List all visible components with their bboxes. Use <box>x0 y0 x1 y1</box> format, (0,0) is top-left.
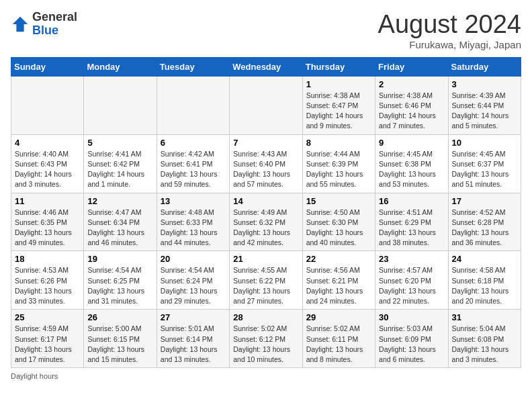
calendar-day-cell: 6Sunrise: 4:42 AM Sunset: 6:41 PM Daylig… <box>157 134 229 193</box>
day-number: 24 <box>452 254 517 264</box>
day-info: Sunrise: 4:51 AM Sunset: 6:29 PM Dayligh… <box>379 208 444 248</box>
day-info: Sunrise: 4:58 AM Sunset: 6:18 PM Dayligh… <box>452 265 517 306</box>
day-info: Sunrise: 4:39 AM Sunset: 6:44 PM Dayligh… <box>452 91 517 132</box>
day-info: Sunrise: 4:47 AM Sunset: 6:34 PM Dayligh… <box>87 208 152 248</box>
day-info: Sunrise: 5:03 AM Sunset: 6:09 PM Dayligh… <box>379 324 444 365</box>
day-number: 25 <box>15 312 80 322</box>
day-of-week-header: Wednesday <box>230 57 302 76</box>
day-number: 13 <box>161 196 226 206</box>
calendar-day-cell: 14Sunrise: 4:49 AM Sunset: 6:32 PM Dayli… <box>230 193 302 251</box>
calendar-week-row: 11Sunrise: 4:46 AM Sunset: 6:35 PM Dayli… <box>11 193 521 251</box>
logo-text: General Blue <box>32 11 77 38</box>
calendar-day-cell: 2Sunrise: 4:38 AM Sunset: 6:46 PM Daylig… <box>375 76 448 134</box>
day-info: Sunrise: 4:42 AM Sunset: 6:41 PM Dayligh… <box>161 149 226 190</box>
day-number: 27 <box>161 312 226 322</box>
calendar-day-cell: 16Sunrise: 4:51 AM Sunset: 6:29 PM Dayli… <box>375 193 448 251</box>
day-info: Sunrise: 5:01 AM Sunset: 6:14 PM Dayligh… <box>161 324 226 365</box>
calendar-day-cell: 25Sunrise: 4:59 AM Sunset: 6:17 PM Dayli… <box>11 310 84 368</box>
page-header: General Blue August 2024 Furukawa, Miyag… <box>11 11 521 50</box>
calendar-day-cell <box>230 76 302 134</box>
calendar-day-cell: 28Sunrise: 5:02 AM Sunset: 6:12 PM Dayli… <box>230 310 302 368</box>
day-info: Sunrise: 4:44 AM Sunset: 6:39 PM Dayligh… <box>306 149 371 190</box>
calendar-day-cell: 9Sunrise: 4:45 AM Sunset: 6:38 PM Daylig… <box>375 134 448 193</box>
calendar-day-cell: 8Sunrise: 4:44 AM Sunset: 6:39 PM Daylig… <box>302 134 375 193</box>
calendar-day-cell: 20Sunrise: 4:54 AM Sunset: 6:24 PM Dayli… <box>157 251 229 310</box>
calendar-day-cell: 12Sunrise: 4:47 AM Sunset: 6:34 PM Dayli… <box>84 193 157 251</box>
day-number: 26 <box>87 312 152 322</box>
day-info: Sunrise: 4:46 AM Sunset: 6:35 PM Dayligh… <box>15 208 80 248</box>
calendar-day-cell: 11Sunrise: 4:46 AM Sunset: 6:35 PM Dayli… <box>11 193 84 251</box>
calendar-week-row: 18Sunrise: 4:53 AM Sunset: 6:26 PM Dayli… <box>11 251 521 310</box>
calendar-week-row: 1Sunrise: 4:38 AM Sunset: 6:47 PM Daylig… <box>11 76 521 134</box>
day-number: 9 <box>379 138 444 148</box>
calendar-day-cell: 5Sunrise: 4:41 AM Sunset: 6:42 PM Daylig… <box>84 134 157 193</box>
day-number: 20 <box>161 254 226 264</box>
day-info: Sunrise: 4:40 AM Sunset: 6:43 PM Dayligh… <box>15 149 80 190</box>
calendar-day-cell: 19Sunrise: 4:54 AM Sunset: 6:25 PM Dayli… <box>84 251 157 310</box>
day-info: Sunrise: 4:50 AM Sunset: 6:30 PM Dayligh… <box>306 208 371 248</box>
day-info: Sunrise: 4:54 AM Sunset: 6:24 PM Dayligh… <box>161 265 226 306</box>
calendar-day-cell: 24Sunrise: 4:58 AM Sunset: 6:18 PM Dayli… <box>448 251 521 310</box>
day-info: Sunrise: 5:02 AM Sunset: 6:11 PM Dayligh… <box>306 324 371 365</box>
location: Furukawa, Miyagi, Japan <box>378 39 521 50</box>
calendar-week-row: 4Sunrise: 4:40 AM Sunset: 6:43 PM Daylig… <box>11 134 521 193</box>
day-number: 19 <box>87 254 152 264</box>
day-number: 1 <box>306 79 371 89</box>
day-info: Sunrise: 4:43 AM Sunset: 6:40 PM Dayligh… <box>233 149 298 190</box>
day-number: 15 <box>306 196 371 206</box>
calendar-day-cell: 22Sunrise: 4:56 AM Sunset: 6:21 PM Dayli… <box>302 251 375 310</box>
day-of-week-header: Monday <box>84 57 157 76</box>
calendar-day-cell: 7Sunrise: 4:43 AM Sunset: 6:40 PM Daylig… <box>230 134 302 193</box>
day-number: 29 <box>306 312 371 322</box>
day-info: Sunrise: 4:45 AM Sunset: 6:37 PM Dayligh… <box>452 149 517 190</box>
month-year: August 2024 <box>378 11 521 39</box>
day-info: Sunrise: 4:49 AM Sunset: 6:32 PM Dayligh… <box>233 208 298 248</box>
day-of-week-header: Friday <box>375 57 448 76</box>
day-info: Sunrise: 4:54 AM Sunset: 6:25 PM Dayligh… <box>87 265 152 306</box>
calendar-day-cell: 21Sunrise: 4:55 AM Sunset: 6:22 PM Dayli… <box>230 251 302 310</box>
day-number: 23 <box>379 254 444 264</box>
calendar-day-cell: 30Sunrise: 5:03 AM Sunset: 6:09 PM Dayli… <box>375 310 448 368</box>
day-number: 2 <box>379 79 444 89</box>
calendar-day-cell: 1Sunrise: 4:38 AM Sunset: 6:47 PM Daylig… <box>302 76 375 134</box>
calendar-day-cell: 10Sunrise: 4:45 AM Sunset: 6:37 PM Dayli… <box>448 134 521 193</box>
day-info: Sunrise: 4:38 AM Sunset: 6:47 PM Dayligh… <box>306 91 371 132</box>
day-of-week-header: Thursday <box>302 57 375 76</box>
day-number: 12 <box>87 196 152 206</box>
day-info: Sunrise: 4:52 AM Sunset: 6:28 PM Dayligh… <box>452 208 517 248</box>
day-info: Sunrise: 4:53 AM Sunset: 6:26 PM Dayligh… <box>15 265 80 306</box>
day-info: Sunrise: 4:55 AM Sunset: 6:22 PM Dayligh… <box>233 265 298 306</box>
logo-icon <box>11 15 30 34</box>
day-number: 7 <box>233 138 298 148</box>
day-info: Sunrise: 4:45 AM Sunset: 6:38 PM Dayligh… <box>379 149 444 190</box>
day-info: Sunrise: 5:04 AM Sunset: 6:08 PM Dayligh… <box>452 324 517 365</box>
calendar-day-cell <box>11 76 84 134</box>
calendar-day-cell: 4Sunrise: 4:40 AM Sunset: 6:43 PM Daylig… <box>11 134 84 193</box>
calendar-day-cell: 18Sunrise: 4:53 AM Sunset: 6:26 PM Dayli… <box>11 251 84 310</box>
day-info: Sunrise: 4:59 AM Sunset: 6:17 PM Dayligh… <box>15 324 80 365</box>
day-number: 22 <box>306 254 371 264</box>
day-number: 11 <box>15 196 80 206</box>
day-number: 21 <box>233 254 298 264</box>
calendar-day-cell <box>157 76 229 134</box>
calendar-table: SundayMondayTuesdayWednesdayThursdayFrid… <box>11 57 521 368</box>
title-block: August 2024 Furukawa, Miyagi, Japan <box>378 11 521 50</box>
day-number: 18 <box>15 254 80 264</box>
day-of-week-header: Tuesday <box>157 57 229 76</box>
calendar-day-cell: 29Sunrise: 5:02 AM Sunset: 6:11 PM Dayli… <box>302 310 375 368</box>
day-of-week-header: Sunday <box>11 57 84 76</box>
calendar-day-cell: 26Sunrise: 5:00 AM Sunset: 6:15 PM Dayli… <box>84 310 157 368</box>
day-number: 3 <box>452 79 517 89</box>
day-number: 5 <box>87 138 152 148</box>
calendar-week-row: 25Sunrise: 4:59 AM Sunset: 6:17 PM Dayli… <box>11 310 521 368</box>
calendar-day-cell: 27Sunrise: 5:01 AM Sunset: 6:14 PM Dayli… <box>157 310 229 368</box>
day-number: 17 <box>452 196 517 206</box>
day-info: Sunrise: 4:48 AM Sunset: 6:33 PM Dayligh… <box>161 208 226 248</box>
day-number: 14 <box>233 196 298 206</box>
calendar-day-cell: 31Sunrise: 5:04 AM Sunset: 6:08 PM Dayli… <box>448 310 521 368</box>
day-number: 31 <box>452 312 517 322</box>
calendar-day-cell: 3Sunrise: 4:39 AM Sunset: 6:44 PM Daylig… <box>448 76 521 134</box>
day-of-week-header: Saturday <box>448 57 521 76</box>
day-info: Sunrise: 4:41 AM Sunset: 6:42 PM Dayligh… <box>87 149 152 190</box>
day-number: 8 <box>306 138 371 148</box>
